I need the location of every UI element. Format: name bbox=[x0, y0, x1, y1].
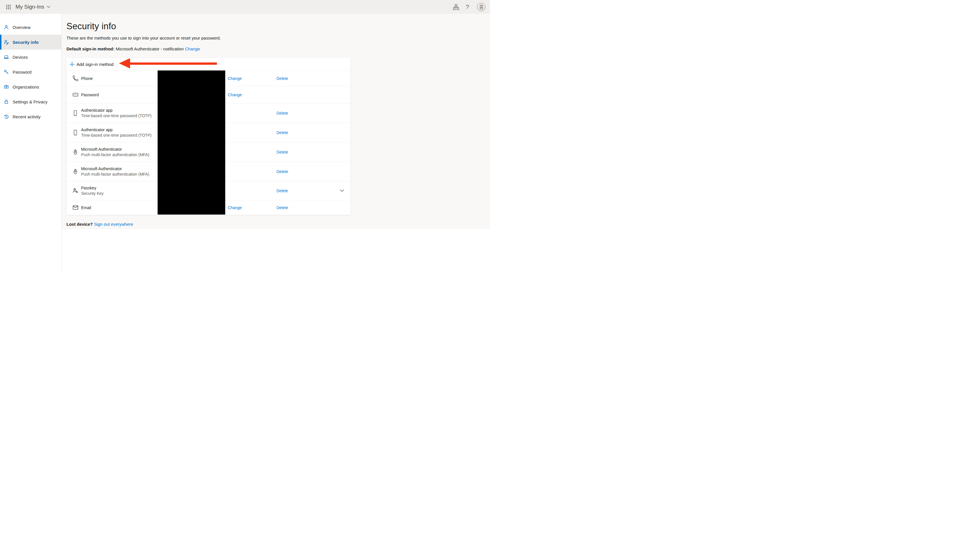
delete-link[interactable]: Delete bbox=[277, 130, 288, 135]
sidebar-item-label: Organizations bbox=[13, 84, 39, 89]
sidebar-item-label: Settings & Privacy bbox=[13, 99, 48, 104]
person-edit-icon bbox=[3, 40, 10, 45]
envelope-icon bbox=[72, 204, 81, 211]
topbar: My Sign-Ins ? bbox=[0, 0, 490, 14]
sidebar-item-label: Password bbox=[13, 70, 32, 75]
lock-icon bbox=[3, 99, 10, 104]
passkey-person-key-icon bbox=[72, 188, 81, 194]
sidebar-item-organizations[interactable]: Organizations bbox=[0, 79, 61, 94]
default-signin-value: Microsoft Authenticator - notification bbox=[116, 46, 184, 51]
chevron-down-icon bbox=[47, 6, 51, 8]
change-link[interactable]: Change bbox=[228, 76, 242, 81]
annotation-arrow-icon bbox=[119, 58, 130, 68]
authenticator-lock-icon bbox=[72, 149, 81, 155]
default-signin-label: Default sign-in method: bbox=[67, 46, 115, 51]
main-content: Security info These are the methods you … bbox=[62, 14, 490, 271]
delete-link[interactable]: Delete bbox=[277, 76, 288, 81]
sidebar: Overview Security info Devices Passw bbox=[0, 14, 62, 271]
history-icon bbox=[3, 114, 10, 119]
redaction-overlay bbox=[158, 70, 225, 215]
expand-passkey-button[interactable] bbox=[325, 189, 350, 192]
default-signin-change-link[interactable]: Change bbox=[185, 46, 200, 51]
app-title: My Sign-Ins bbox=[16, 4, 44, 10]
sidebar-item-devices[interactable]: Devices bbox=[0, 49, 61, 64]
delete-link[interactable]: Delete bbox=[277, 111, 288, 116]
security-info-panel: Security info These are the methods you … bbox=[62, 14, 490, 229]
app-title-dropdown[interactable]: My Sign-Ins bbox=[16, 4, 51, 10]
org-chart-button[interactable] bbox=[450, 1, 461, 13]
plus-icon bbox=[69, 62, 75, 67]
add-signin-method-label: Add sign-in method bbox=[76, 62, 113, 67]
default-signin-line: Default sign-in method: Microsoft Authen… bbox=[67, 46, 490, 51]
sidebar-item-recent-activity[interactable]: Recent activity bbox=[0, 109, 61, 124]
help-icon: ? bbox=[466, 3, 469, 10]
app-launcher-waffle-icon[interactable] bbox=[3, 2, 13, 12]
sidebar-item-label: Recent activity bbox=[13, 114, 41, 119]
sidebar-item-overview[interactable]: Overview bbox=[0, 20, 61, 35]
smartphone-icon bbox=[72, 129, 81, 136]
sign-out-everywhere-link[interactable]: Sign out everywhere bbox=[94, 222, 133, 227]
delete-link[interactable]: Delete bbox=[277, 205, 288, 210]
delete-link[interactable]: Delete bbox=[277, 169, 288, 174]
sidebar-item-settings-privacy[interactable]: Settings & Privacy bbox=[0, 94, 61, 109]
chevron-down-icon bbox=[340, 189, 344, 192]
annotation-arrow-shaft bbox=[130, 62, 217, 65]
id-badge-avatar-icon bbox=[479, 4, 484, 10]
change-link[interactable]: Change bbox=[228, 92, 242, 97]
org-chart-icon bbox=[453, 4, 459, 10]
key-icon bbox=[3, 69, 10, 75]
sidebar-item-label: Devices bbox=[13, 55, 28, 60]
lost-device-label: Lost device? bbox=[67, 222, 93, 227]
page-title: Security info bbox=[67, 21, 490, 32]
change-link[interactable]: Change bbox=[228, 205, 242, 210]
delete-link[interactable]: Delete bbox=[277, 189, 288, 193]
waffle-icon bbox=[6, 5, 11, 10]
sidebar-item-password[interactable]: Password bbox=[0, 64, 61, 79]
password-dots-icon bbox=[72, 91, 81, 98]
sidebar-item-security-info[interactable]: Security info bbox=[0, 35, 61, 49]
person-icon bbox=[3, 25, 10, 30]
page-description: These are the methods you use to sign in… bbox=[67, 35, 490, 40]
authenticator-lock-icon bbox=[72, 168, 81, 175]
help-button[interactable]: ? bbox=[461, 1, 473, 13]
delete-link[interactable]: Delete bbox=[277, 150, 288, 154]
lost-device-line: Lost device? Sign out everywhere bbox=[67, 222, 490, 227]
smartphone-icon bbox=[72, 110, 81, 116]
laptop-icon bbox=[3, 54, 10, 60]
sidebar-item-label: Security info bbox=[13, 40, 39, 45]
account-avatar[interactable] bbox=[477, 3, 485, 11]
phone-icon bbox=[72, 75, 81, 82]
signin-methods-card: Add sign-in method Phone Change Delete bbox=[67, 58, 350, 215]
briefcase-icon bbox=[3, 84, 10, 89]
content-filler bbox=[62, 229, 490, 271]
sidebar-item-label: Overview bbox=[13, 25, 31, 30]
